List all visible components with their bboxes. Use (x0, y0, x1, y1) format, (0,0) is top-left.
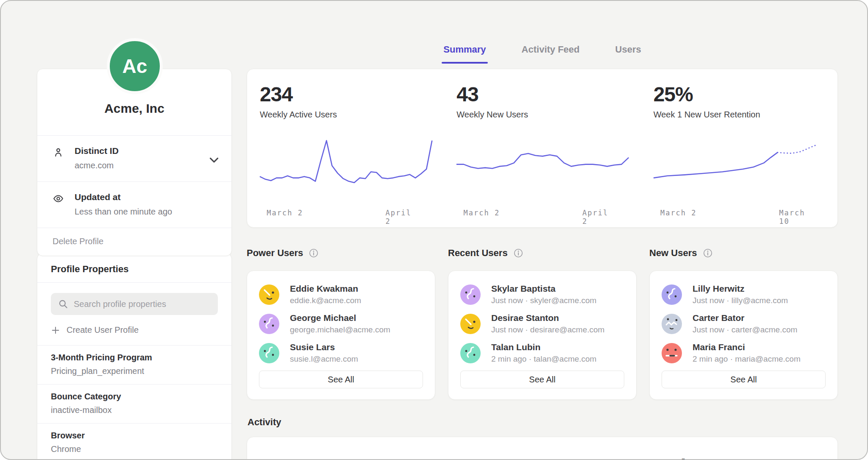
company-avatar-initials: Ac (122, 55, 147, 78)
user-detail: 2 min ago · talan@acme.com (491, 354, 596, 364)
user-avatar (662, 314, 682, 334)
delete-profile-button[interactable]: Delete Profile (37, 228, 231, 256)
user-list-item[interactable]: Lilly Herwitz Just now · lilly@acme.com (662, 284, 826, 305)
activity-title: Activity (248, 417, 281, 428)
user-list-item[interactable]: Maria Franci 2 min ago · maria@acme.com (662, 342, 826, 364)
search-input[interactable] (51, 293, 218, 315)
create-user-profile-button[interactable]: Create User Profile (51, 325, 139, 335)
user-name: George Michael (290, 313, 390, 323)
property-value: Chrome (51, 444, 218, 454)
plus-icon (51, 326, 60, 335)
profile-properties-card: Profile Properties Create User Profile (37, 253, 232, 460)
user-detail: Just now · desirare@acme.com (491, 325, 604, 335)
user-name: Maria Franci (693, 342, 801, 352)
section-title: New Users (649, 248, 697, 259)
section-header: New Users (649, 248, 838, 259)
profile-properties-title: Profile Properties (37, 254, 231, 283)
user-detail: Just now · lilly@acme.com (693, 296, 788, 305)
summary-stats-card: 234 Weekly Active Users March 2 April 2 … (247, 69, 838, 228)
user-detail: george.michael@acme.com (290, 325, 390, 335)
property-name: Browser (51, 431, 218, 440)
user-name: Desirae Stanton (491, 313, 604, 323)
user-name: Susie Lars (290, 342, 358, 352)
tab-summary[interactable]: Summary (442, 43, 487, 64)
stat-week1-retention: 25% Week 1 New User Retention March 2 Ma… (641, 69, 837, 227)
user-avatar (259, 284, 279, 305)
user-avatar (259, 314, 279, 334)
field-label: Updated at (75, 192, 202, 202)
stat-weekly-active-users: 234 Weekly Active Users March 2 April 2 (247, 69, 444, 227)
user-avatar (460, 343, 481, 363)
section-title: Recent Users (448, 248, 508, 259)
activity-card: 234 240 3.4k (247, 437, 838, 460)
tab-activity-feed[interactable]: Activity Feed (520, 43, 581, 64)
user-detail: eddie.k@acme.com (290, 296, 361, 305)
activity-stat-value: 240 (456, 455, 629, 460)
stat-value: 234 (260, 83, 432, 106)
activity-stat-value: 3.4k (654, 455, 826, 460)
activity-stat: 3.4k (641, 437, 837, 460)
user-detail: 2 min ago · maria@acme.com (693, 354, 801, 364)
stat-weekly-new-users: 43 Weekly New Users March 2 April 2 (444, 69, 640, 227)
info-icon[interactable] (513, 248, 523, 258)
field-row-distinct-id: Distinct ID acme.com (37, 136, 231, 182)
tab-users[interactable]: Users (614, 43, 643, 64)
user-avatar (662, 343, 682, 363)
user-list-item[interactable]: Carter Bator Just now · carter@acme.com (662, 313, 826, 335)
chevron-down-icon[interactable] (207, 153, 221, 167)
info-icon[interactable] (703, 248, 713, 258)
section-header: Recent Users (448, 248, 637, 259)
x-axis-label-end: April 2 (386, 209, 417, 226)
company-avatar: Ac (107, 38, 163, 94)
stat-value: 25% (654, 83, 826, 106)
activity-stat: 240 (444, 437, 640, 460)
new-users-section: New Users Lilly Herwitz Just now · lilly… (649, 248, 838, 400)
recent-users-section: Recent Users Skylar Baptista Just now · … (448, 248, 637, 400)
section-title: Power Users (247, 248, 303, 259)
user-avatar (460, 314, 481, 334)
x-axis: March 2 March 10 (654, 209, 826, 219)
stat-label: Weekly Active Users (260, 110, 432, 120)
field-row-updated-at: Updated at Less than one minute ago (37, 182, 231, 228)
x-axis-label-start: March 2 (267, 209, 303, 217)
user-detail: susie.l@acme.com (290, 354, 358, 364)
user-detail: Just now · carter@acme.com (693, 325, 797, 335)
weekly-new-users-sparkline (456, 133, 629, 201)
profile-properties-search (51, 293, 218, 315)
activity-stat: 234 (247, 437, 444, 460)
field-value: acme.com (75, 161, 202, 170)
property-value: Pricing_plan_experiment (51, 366, 218, 376)
person-icon (53, 147, 64, 158)
x-axis: March 2 April 2 (456, 209, 629, 219)
user-list-item[interactable]: Skylar Baptista Just now · skyler@acme.c… (460, 284, 624, 305)
tab-bar: Summary Activity Feed Users (247, 43, 838, 64)
stat-value: 43 (456, 83, 629, 106)
property-row[interactable]: Browser Chrome (37, 424, 231, 460)
see-all-button[interactable]: See All (662, 371, 826, 388)
field-label: Distinct ID (75, 146, 202, 156)
property-value: inactive-mailbox (51, 405, 218, 415)
recent-users-card: Skylar Baptista Just now · skyler@acme.c… (448, 270, 637, 400)
property-row[interactable]: 3-Month Pricing Program Pricing_plan_exp… (37, 346, 231, 385)
power-users-section: Power Users Eddie Kwakman eddie.k@acme.c… (247, 248, 435, 400)
x-axis-label-end: April 2 (582, 209, 613, 226)
property-row[interactable]: Bounce Category inactive-mailbox (37, 385, 231, 424)
user-list-item[interactable]: George Michael george.michael@acme.com (259, 313, 423, 335)
property-name: 3-Month Pricing Program (51, 353, 218, 362)
user-list-item[interactable]: Susie Lars susie.l@acme.com (259, 342, 423, 364)
info-icon[interactable] (309, 248, 319, 258)
eye-icon (53, 193, 64, 204)
user-detail: Just now · skyler@acme.com (491, 296, 596, 305)
stat-label: Week 1 New User Retention (654, 110, 826, 120)
user-list-item[interactable]: Eddie Kwakman eddie.k@acme.com (259, 284, 423, 305)
app-window: Ac Acme, Inc Distinct ID acme.com (0, 0, 868, 460)
see-all-button[interactable]: See All (259, 371, 423, 388)
new-users-card: Lilly Herwitz Just now · lilly@acme.com … (649, 270, 838, 400)
property-name: Bounce Category (51, 392, 218, 401)
user-list-item[interactable]: Talan Lubin 2 min ago · talan@acme.com (460, 342, 624, 364)
user-list-item[interactable]: Desirae Stanton Just now · desirare@acme… (460, 313, 624, 335)
see-all-button[interactable]: See All (460, 371, 624, 388)
profile-card: Acme, Inc Distinct ID acme.com (37, 69, 232, 256)
field-value: Less than one minute ago (75, 207, 202, 217)
user-avatar (662, 284, 682, 305)
